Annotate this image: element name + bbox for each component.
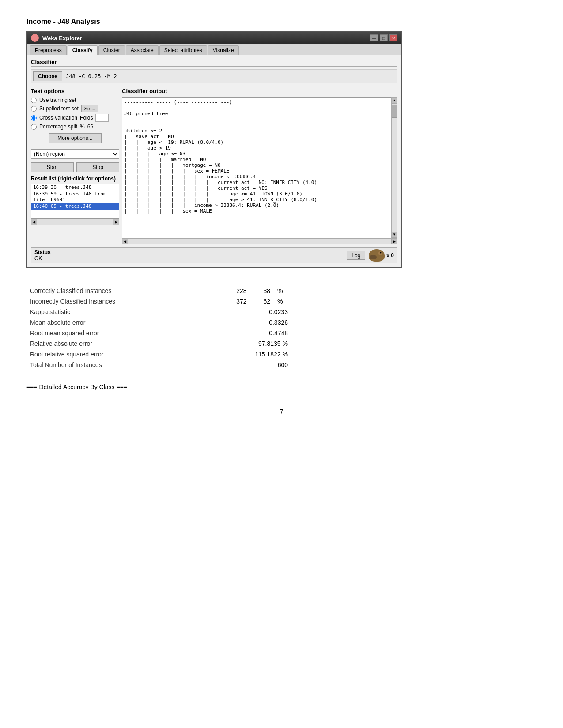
- rmse-value: 0.4748: [191, 328, 291, 338]
- statistics-table: Correctly Classified Instances 228 38 % …: [26, 285, 291, 370]
- cross-validation-radio[interactable]: [31, 115, 37, 121]
- more-options-button[interactable]: More options...: [49, 133, 102, 143]
- tab-select-attributes[interactable]: Select attributes: [159, 45, 207, 55]
- supplied-test-set-label: Supplied test set: [39, 105, 79, 112]
- percent-symbol: %: [80, 124, 85, 130]
- result-item-1[interactable]: 16:39:59 - trees.J48 from file '69691: [31, 191, 119, 203]
- weka-bird-section: x 0: [369, 249, 394, 262]
- cross-validation-label: Cross-validation: [39, 115, 77, 121]
- rmse-label: Root mean squared error: [26, 328, 191, 338]
- tab-cluster[interactable]: Cluster: [98, 45, 125, 55]
- tab-classify[interactable]: Classify: [68, 45, 98, 55]
- supplied-test-set-option: Supplied test set Set...: [31, 105, 119, 112]
- output-scroll-track: [128, 238, 391, 244]
- percentage-split-label: Percentage split: [39, 124, 77, 130]
- weka-app-icon: [31, 34, 39, 42]
- rrse-row: Root relative squared error 115.1822 %: [26, 349, 291, 360]
- tab-visualize[interactable]: Visualize: [208, 45, 239, 55]
- rmse-row: Root mean squared error 0.4748: [26, 328, 291, 338]
- incorrectly-classified-symbol: %: [274, 296, 291, 307]
- output-scroll-right[interactable]: ▶: [391, 238, 397, 244]
- window-title: Weka Explorer: [42, 35, 82, 41]
- detailed-accuracy-label: === Detailed Accuracy By Class ===: [26, 383, 291, 390]
- log-button[interactable]: Log: [347, 251, 365, 260]
- output-vertical-scrollbar: ▲ ▼: [391, 97, 397, 238]
- percentage-split-option: Percentage split % 66: [31, 124, 119, 130]
- incorrectly-classified-value: 372: [191, 296, 250, 307]
- use-training-set-option: Use training set: [31, 97, 119, 103]
- page-number: 7: [26, 408, 537, 415]
- correctly-classified-label: Correctly Classified Instances: [26, 285, 191, 296]
- tab-preprocess[interactable]: Preprocess: [30, 45, 67, 55]
- mae-value: 0.3326: [191, 317, 291, 328]
- result-list-title: Result list (right-click for options): [31, 176, 119, 182]
- start-button[interactable]: Start: [31, 162, 74, 172]
- maximize-button[interactable]: □: [380, 34, 388, 41]
- result-item-0[interactable]: 16:39:30 - trees.J48: [31, 184, 119, 191]
- correctly-classified-pct: 38: [250, 285, 274, 296]
- close-button[interactable]: ✕: [389, 34, 397, 41]
- result-list-scrollbar: ◀ ▶: [31, 219, 119, 225]
- percent-value: 66: [87, 124, 93, 130]
- total-value: 600: [191, 360, 291, 370]
- classifier-row: Choose J48 -C 0.25 -M 2: [31, 69, 397, 83]
- incorrectly-classified-pct: 62: [250, 296, 274, 307]
- incorrectly-classified-row: Incorrectly Classified Instances 372 62 …: [26, 296, 291, 307]
- rrse-label: Root relative squared error: [26, 349, 191, 360]
- weka-titlebar: Weka Explorer — □ ✕: [27, 32, 401, 44]
- region-dropdown[interactable]: (Nom) region: [31, 149, 119, 159]
- left-panel: Test options Use training set Supplied t…: [31, 88, 119, 244]
- tab-associate[interactable]: Associate: [126, 45, 159, 55]
- supplied-test-set-radio[interactable]: [31, 106, 37, 112]
- use-training-set-radio[interactable]: [31, 98, 37, 103]
- result-item-2[interactable]: 16:40:05 - trees.J48: [31, 203, 119, 210]
- scroll-track: [37, 219, 113, 225]
- percentage-split-radio[interactable]: [31, 124, 37, 130]
- total-row: Total Number of Instances 600: [26, 360, 291, 370]
- output-scroll-left[interactable]: ◀: [122, 238, 128, 244]
- result-list: 16:39:30 - trees.J48 16:39:59 - trees.J4…: [31, 184, 119, 219]
- choose-button[interactable]: Choose: [33, 71, 62, 81]
- scroll-right-arrow[interactable]: ▶: [113, 219, 119, 225]
- incorrectly-classified-label: Incorrectly Classified Instances: [26, 296, 191, 307]
- mae-row: Mean absolute error 0.3326: [26, 317, 291, 328]
- action-buttons: Start Stop: [31, 162, 119, 172]
- status-label: Status: [34, 249, 51, 255]
- mae-label: Mean absolute error: [26, 317, 191, 328]
- use-training-set-label: Use training set: [39, 97, 76, 103]
- vscroll-track: [392, 104, 397, 232]
- titlebar-buttons: — □ ✕: [370, 34, 397, 41]
- weka-main-content: Classifier Choose J48 -C 0.25 -M 2 Test …: [27, 55, 401, 267]
- set-button[interactable]: Set...: [81, 105, 99, 112]
- rae-label: Relative absolute error: [26, 338, 191, 349]
- vscroll-up-arrow[interactable]: ▲: [392, 98, 397, 104]
- vscroll-thumb[interactable]: [392, 105, 397, 118]
- correctly-classified-symbol: %: [274, 285, 291, 296]
- stop-button[interactable]: Stop: [76, 162, 119, 172]
- vscroll-down-arrow[interactable]: ▼: [392, 232, 397, 238]
- kappa-value: 0.0233: [191, 307, 291, 317]
- kappa-label: Kappa statistic: [26, 307, 191, 317]
- main-panels: Test options Use training set Supplied t…: [31, 88, 397, 244]
- correctly-classified-row: Correctly Classified Instances 228 38 %: [26, 285, 291, 296]
- folds-label: Folds: [80, 115, 93, 121]
- titlebar-left: Weka Explorer: [31, 34, 82, 42]
- output-horizontal-scrollbar: ◀ ▶: [122, 238, 397, 244]
- test-options-title: Test options: [31, 88, 119, 94]
- statusbar-right: Log x 0: [347, 249, 394, 262]
- svg-point-3: [380, 252, 382, 254]
- correctly-classified-value: 228: [191, 285, 250, 296]
- weka-bird-icon: [369, 249, 385, 262]
- status-value: OK: [34, 255, 51, 262]
- classifier-output[interactable]: ---------- ----- (---- --------- ---) J4…: [122, 97, 391, 238]
- folds-input[interactable]: 10: [95, 114, 109, 122]
- classifier-config: J48 -C 0.25 -M 2: [66, 73, 117, 79]
- page-title: Income - J48 Analysis: [26, 18, 537, 26]
- statusbar: Status OK Log x 0: [31, 247, 397, 263]
- classifier-output-title: Classifier output: [122, 88, 397, 94]
- scroll-left-arrow[interactable]: ◀: [31, 219, 37, 225]
- total-label: Total Number of Instances: [26, 360, 191, 370]
- minimize-button[interactable]: —: [370, 34, 378, 41]
- rae-value: 97.8135 %: [191, 338, 291, 349]
- tab-bar: Preprocess Classify Cluster Associate Se…: [27, 44, 401, 55]
